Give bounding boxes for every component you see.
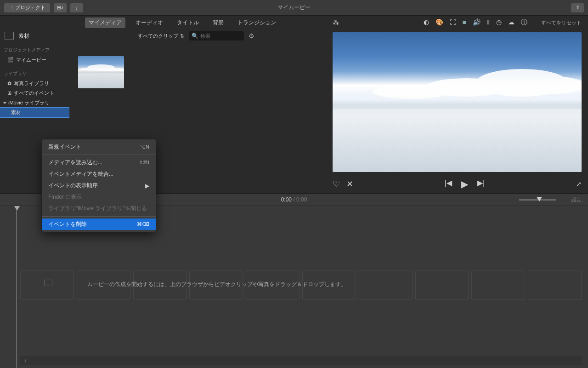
search-field[interactable]: 🔍	[189, 31, 244, 40]
project-media-header: プロジェクトメディア	[0, 45, 69, 55]
clips-filter-select[interactable]: すべてのクリップ⇅	[138, 33, 184, 40]
magic-wand-icon[interactable]: ⁂	[333, 19, 339, 26]
sidebar-item-project[interactable]: 🎬マイムービー	[0, 55, 69, 65]
timeline-slot[interactable]	[471, 270, 525, 300]
download-icon: ↓	[75, 5, 78, 11]
timeline-slot[interactable]	[359, 270, 413, 300]
fullscreen-icon[interactable]: ⤢	[576, 180, 582, 188]
clapper-icon: 🎬	[7, 57, 14, 63]
placeholder-photo-icon	[44, 280, 52, 286]
color-correction-icon[interactable]: 🎨	[435, 18, 443, 27]
speed-icon[interactable]: ◷	[496, 18, 502, 27]
preview-controls: ♡ ✕ |◀ ▶ ▶| ⤢	[326, 175, 588, 193]
sidebar-toggle-icon[interactable]	[5, 32, 14, 40]
timeline-audio-track[interactable]: ♪	[20, 356, 582, 365]
reset-all-button[interactable]: すべてをリセット	[541, 19, 582, 26]
ctx-import-media[interactable]: メディアを読み込む...⇧⌘I	[42, 157, 156, 168]
flower-icon: ✿	[7, 80, 11, 86]
zoom-slider[interactable]	[519, 199, 556, 201]
tab-memedia[interactable]: マイメディア	[85, 17, 125, 28]
ctx-show-finder: Finder に表示	[42, 191, 156, 203]
timeline-slot[interactable]	[415, 270, 469, 300]
reject-icon[interactable]: ✕	[346, 179, 353, 189]
back-projects-button[interactable]: 〈プロジェクト	[4, 3, 51, 13]
share-button[interactable]: ⇪	[571, 3, 584, 13]
timeline-hint: ムービーの作成を開始するには、上のブラウザからビデオクリップや写真をドラッグ＆ド…	[87, 281, 346, 288]
sidebar-item-all-events[interactable]: ⊞すべてのイベント	[0, 88, 69, 98]
gear-icon[interactable]: ⚙	[249, 32, 254, 40]
browser-bar: 素材 すべてのクリップ⇅ 🔍 ⚙	[0, 29, 326, 42]
filmstrip-icon: ⊞	[7, 90, 11, 96]
adjustments-bar: ⁂ ◐ 🎨 ⛶ ■ 🔊 ⫴ ◷ ☁ ⓘ すべてをリセット	[326, 16, 588, 29]
disclosure-icon[interactable]	[3, 102, 7, 104]
main-toolbar: 〈プロジェクト ⊞♪ ↓ マイムービー ⇪	[0, 0, 588, 16]
next-button[interactable]: ▶|	[477, 178, 485, 190]
ctx-consolidate[interactable]: イベントメディアを統合...	[42, 168, 156, 180]
info-icon[interactable]: ⓘ	[521, 18, 527, 27]
volume-icon[interactable]: 🔊	[473, 18, 481, 27]
updown-icon: ⇅	[180, 33, 184, 39]
zoom-thumb[interactable]	[537, 197, 542, 201]
tab-audio[interactable]: オーディオ	[132, 17, 167, 28]
playhead[interactable]	[17, 206, 17, 368]
ctx-close-library: ライブラリ"iMovie ライブラリ"を閉じる	[42, 203, 156, 214]
timeline-settings-button[interactable]: 設定	[571, 196, 582, 203]
sidebar-item-event[interactable]: 素材	[0, 108, 69, 117]
prev-button[interactable]: |◀	[445, 178, 452, 190]
browser-title: 素材	[18, 32, 133, 40]
media-tabs: マイメディア オーディオ タイトル 背景 トランジション	[0, 16, 326, 29]
share-icon: ⇪	[576, 5, 580, 11]
timecode: 0:00 / 0:00	[281, 196, 307, 203]
ctx-delete-event[interactable]: イベントを削除⌘⌫	[42, 218, 156, 230]
crop-icon[interactable]: ⛶	[450, 18, 456, 27]
library-header: ライブラリ	[0, 69, 69, 79]
media-browser-button[interactable]: ⊞♪	[53, 3, 67, 13]
ctx-sort-order[interactable]: イベントの表示順序▶	[42, 180, 156, 191]
music-note-icon: ♪	[24, 357, 27, 364]
context-menu: 新規イベント⌥N メディアを読み込む...⇧⌘I イベントメディアを統合... …	[41, 139, 156, 232]
back-label: プロジェクト	[15, 4, 45, 11]
time-current: 0:00	[281, 196, 292, 203]
stabilize-icon[interactable]: ■	[463, 18, 466, 27]
tab-titles[interactable]: タイトル	[173, 17, 203, 28]
adjust-icon[interactable]: ☁	[508, 18, 514, 27]
search-icon: 🔍	[192, 33, 198, 39]
time-duration: 0:00	[296, 196, 307, 203]
play-button[interactable]: ▶	[461, 178, 468, 190]
equalizer-icon[interactable]: ⫴	[487, 18, 490, 27]
separator	[42, 216, 156, 217]
search-input[interactable]	[200, 33, 237, 39]
sidebar-item-photos[interactable]: ✿写真ライブラリ	[0, 79, 69, 88]
favorite-icon[interactable]: ♡	[333, 179, 340, 189]
preview-viewer[interactable]	[333, 32, 582, 172]
tab-backgrounds[interactable]: 背景	[209, 17, 227, 28]
submenu-arrow-icon: ▶	[145, 183, 149, 189]
import-button[interactable]: ↓	[70, 3, 84, 13]
ctx-new-event[interactable]: 新規イベント⌥N	[42, 141, 156, 153]
project-title: マイムービー	[277, 4, 311, 12]
tab-transitions[interactable]: トランジション	[234, 17, 280, 28]
sidebar-item-imovie-library[interactable]: iMovie ライブラリ	[0, 98, 69, 108]
clip-thumbnail[interactable]	[78, 56, 124, 88]
filmstrip-icon: ⊞♪	[57, 5, 64, 11]
timeline-slot[interactable]	[528, 270, 582, 300]
separator	[42, 155, 156, 155]
color-balance-icon[interactable]: ◐	[424, 18, 429, 27]
